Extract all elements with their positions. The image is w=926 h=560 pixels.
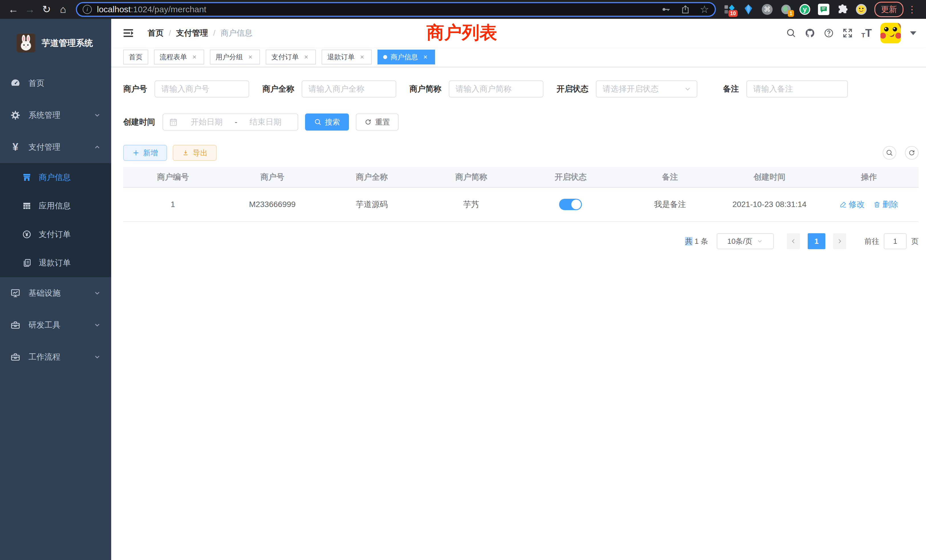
close-icon[interactable]: ×: [246, 53, 254, 61]
end-date-placeholder: 结束日期: [239, 117, 292, 127]
url-text[interactable]: localhost:1024/pay/merchant: [97, 5, 661, 14]
profile-avatar-icon[interactable]: [856, 4, 867, 15]
breadcrumb-payment[interactable]: 支付管理: [176, 28, 208, 38]
breadcrumb-home[interactable]: 首页: [148, 28, 163, 38]
address-bar[interactable]: i localhost:1024/pay/merchant ☆: [76, 2, 716, 17]
sidebar-item-devtools[interactable]: 研发工具: [0, 309, 111, 341]
col-status: 开启状态: [521, 172, 620, 183]
pagination: 共 1 条 10条/页 1 前往 页: [123, 233, 918, 249]
github-icon[interactable]: [805, 28, 815, 38]
col-actions: 操作: [819, 172, 918, 183]
goto-page-input[interactable]: [884, 233, 906, 249]
browser-home-icon[interactable]: ⌂: [55, 2, 71, 17]
chrome-update-button[interactable]: 更新: [875, 2, 903, 17]
table-row: 1 M233666999 芋道源码 芋艿 我是备注 2021-10-23 08:…: [123, 188, 918, 222]
command-glyph: ⌘: [762, 4, 773, 15]
bookmark-star-icon[interactable]: ☆: [700, 3, 709, 15]
reset-button-label: 重置: [375, 117, 390, 127]
sidebar-item-merchant-info[interactable]: 商户信息: [0, 163, 111, 192]
app-title: 芋道管理系统: [42, 37, 93, 49]
key-icon[interactable]: [661, 5, 671, 14]
add-button[interactable]: 新增: [123, 145, 167, 161]
tab-label: 退款订单: [327, 53, 355, 62]
tab-merchant-info[interactable]: 商户信息×: [377, 50, 435, 64]
share-icon[interactable]: [681, 5, 690, 14]
tab-pay-order[interactable]: 支付订单×: [266, 50, 316, 64]
yen-circle-icon: [22, 230, 31, 239]
tab-user-group[interactable]: 用户分组×: [210, 50, 260, 64]
sidebar-item-infrastructure[interactable]: 基础设施: [0, 277, 111, 309]
breadcrumb: 首页 / 支付管理 / 商户信息: [148, 28, 253, 38]
extension-gem-icon[interactable]: [743, 4, 754, 15]
avatar-caret-icon[interactable]: [910, 31, 916, 35]
sidebar-item-home[interactable]: 首页: [0, 67, 111, 99]
reset-button[interactable]: 重置: [356, 114, 399, 130]
remark-input[interactable]: [746, 80, 848, 97]
delete-link[interactable]: 删除: [873, 199, 898, 210]
edit-link[interactable]: 修改: [840, 199, 865, 210]
chevron-right-icon: [837, 238, 843, 244]
merchant-no-input[interactable]: [154, 80, 249, 97]
cell-short-name: 芋艿: [421, 199, 521, 210]
logo[interactable]: 芋道管理系统: [0, 19, 111, 67]
tab-label: 支付订单: [271, 53, 299, 62]
edit-label: 修改: [849, 199, 865, 210]
short-name-input[interactable]: [449, 80, 543, 97]
browser-back-icon[interactable]: ←: [5, 2, 22, 17]
extension-tray-icon[interactable]: 1: [780, 4, 792, 15]
create-time-range-picker[interactable]: 开始日期 - 结束日期: [162, 114, 298, 130]
tab-refund-order[interactable]: 退款订单×: [322, 50, 372, 64]
page-unit-label: 页: [911, 236, 918, 246]
site-info-icon[interactable]: i: [83, 5, 92, 14]
delete-label: 删除: [882, 199, 898, 210]
fullscreen-icon[interactable]: [843, 28, 853, 38]
extensions-puzzle-icon[interactable]: [837, 4, 848, 15]
col-full-name: 商户全称: [322, 172, 422, 183]
help-icon[interactable]: [824, 28, 834, 38]
close-icon[interactable]: ×: [191, 53, 198, 61]
sidebar-item-label: 退款订单: [39, 257, 71, 268]
search-icon[interactable]: [786, 28, 796, 38]
tab-process-form[interactable]: 流程表单×: [154, 50, 204, 64]
page-number-button[interactable]: 1: [808, 233, 825, 249]
export-button[interactable]: 导出: [173, 145, 217, 161]
prev-page-button[interactable]: [787, 233, 800, 249]
close-icon[interactable]: ×: [358, 53, 366, 61]
browser-menu-icon[interactable]: ⋮: [908, 4, 917, 15]
sidebar-item-refund-order[interactable]: 退款订单: [0, 249, 111, 277]
page-size-select[interactable]: 10条/页: [717, 233, 774, 249]
user-avatar[interactable]: [881, 23, 901, 43]
sidebar-item-payment[interactable]: ¥ 支付管理: [0, 131, 111, 163]
status-select-placeholder: 请选择开启状态: [603, 83, 684, 94]
browser-reload-icon[interactable]: ↻: [38, 2, 55, 17]
chevron-down-icon: [684, 85, 691, 93]
refresh-table-button[interactable]: [905, 146, 918, 160]
close-icon[interactable]: ×: [421, 53, 429, 61]
sidebar-item-system[interactable]: 系统管理: [0, 99, 111, 131]
status-toggle[interactable]: [559, 199, 582, 210]
chevron-down-icon: [94, 289, 101, 297]
close-icon[interactable]: ×: [302, 53, 310, 61]
sidebar-item-app-info[interactable]: 应用信息: [0, 192, 111, 220]
extension-y-icon[interactable]: y: [799, 4, 811, 15]
sidebar-item-pay-order[interactable]: 支付订单: [0, 220, 111, 249]
sidebar-item-workflow[interactable]: 工作流程: [0, 341, 111, 373]
extension-blocks-icon[interactable]: 10: [724, 4, 735, 15]
search-button[interactable]: 搜索: [305, 114, 349, 130]
chevron-up-icon: [94, 144, 101, 151]
sidebar-item-label: 研发工具: [29, 319, 61, 330]
status-select[interactable]: 请选择开启状态: [596, 80, 698, 97]
full-name-input[interactable]: [302, 80, 396, 97]
extension-chat-icon[interactable]: [818, 4, 829, 15]
extension-command-icon[interactable]: ⌘: [761, 4, 773, 15]
sidebar-collapse-icon[interactable]: [122, 27, 135, 39]
chevron-down-icon: [757, 238, 763, 245]
next-page-button[interactable]: [833, 233, 846, 249]
toggle-search-button[interactable]: [883, 146, 896, 160]
tab-home[interactable]: 首页: [123, 50, 148, 64]
table-header: 商户编号 商户号 商户全称 商户简称 开启状态 备注 创建时间 操作: [123, 167, 918, 188]
browser-forward-icon[interactable]: →: [22, 2, 38, 17]
chevron-down-icon: [94, 112, 101, 119]
y-glyph: y: [803, 5, 806, 14]
font-size-icon[interactable]: TT: [861, 28, 872, 38]
